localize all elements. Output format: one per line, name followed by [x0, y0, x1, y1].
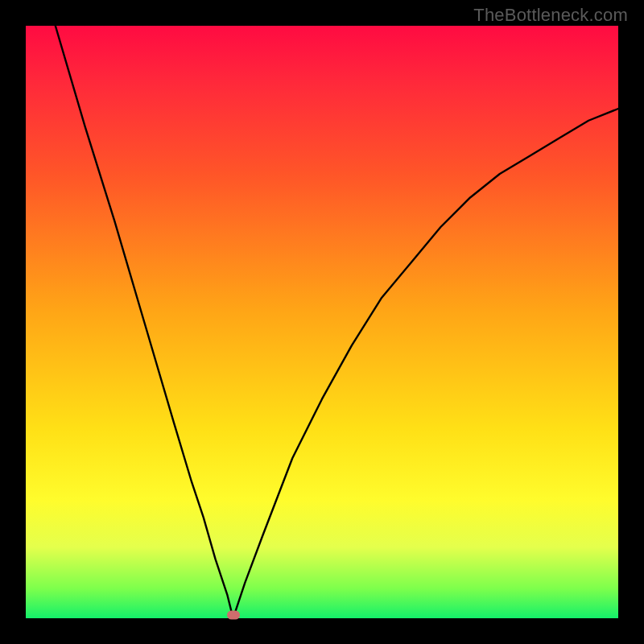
plot-area [26, 26, 618, 618]
chart-frame: TheBottleneck.com [0, 0, 644, 644]
curve-svg [26, 26, 618, 618]
bottleneck-curve [56, 26, 618, 618]
watermark-text: TheBottleneck.com [473, 5, 628, 26]
optimum-marker [227, 611, 240, 620]
